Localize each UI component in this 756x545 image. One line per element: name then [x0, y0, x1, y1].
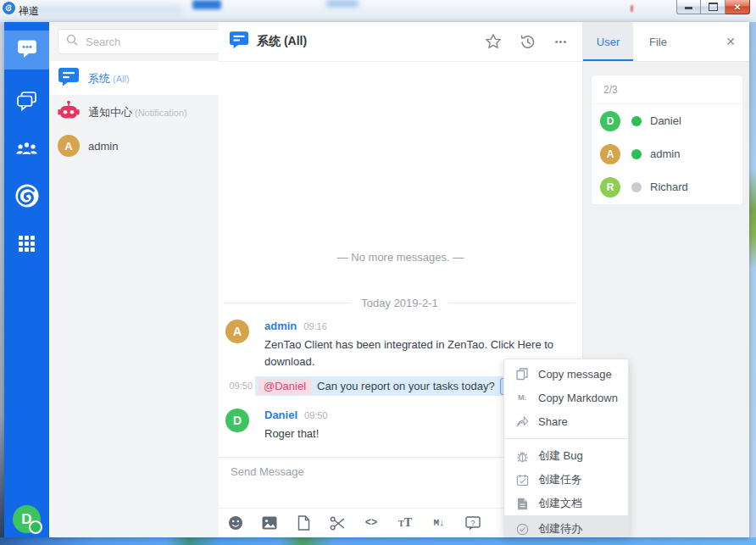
avatar: D [225, 409, 249, 432]
share-icon [515, 415, 529, 427]
document-icon [515, 498, 529, 510]
message-author[interactable]: admin [264, 320, 297, 332]
desktop: 禅道 ✕ [0, 0, 756, 545]
mention-chip[interactable]: @Daniel [258, 379, 311, 394]
bug-icon [515, 450, 529, 463]
task-calendar-icon [515, 474, 529, 487]
app-window: D 系统(All) [4, 22, 749, 537]
chat-suffix: (All) [113, 74, 130, 84]
file-button[interactable] [286, 509, 320, 537]
nav-sidebar: D [4, 22, 49, 537]
favorite-star-button[interactable] [484, 32, 503, 51]
system-chat-icon [58, 67, 80, 90]
member-name: admin [650, 147, 680, 160]
system-chat-icon [229, 31, 249, 53]
more-options-button[interactable]: ••• [552, 32, 570, 51]
chat-name: 通知中心 [88, 106, 132, 119]
help-button[interactable]: ? [456, 509, 490, 537]
copy-icon [515, 368, 529, 381]
menu-divider [504, 438, 628, 439]
date-label: Today 2019-2-1 [361, 297, 437, 309]
member-row-admin[interactable]: A admin [592, 137, 742, 170]
online-status-dot [631, 149, 642, 159]
background-blur [631, 5, 633, 12]
markdown-button[interactable]: M↓ [422, 509, 456, 537]
menu-item-share[interactable]: Share [504, 409, 628, 433]
todo-check-icon [515, 523, 529, 536]
chat-list-panel: 系统(All) 通知中心(Notification) A admin [49, 22, 219, 537]
sidebar-item-messages[interactable] [4, 31, 49, 70]
close-panel-button[interactable]: ✕ [712, 22, 749, 61]
maximize-icon [709, 3, 718, 11]
member-name: Richard [650, 181, 688, 193]
sidebar-item-conversations[interactable] [4, 83, 49, 122]
date-divider: Today 2019-2-1 [224, 297, 575, 309]
menu-item-label: 创建任务 [538, 472, 582, 487]
tab-file[interactable]: File [633, 22, 683, 61]
desktop-taskbar-edge [0, 537, 756, 545]
chat-list-item-notification[interactable]: 通知中心(Notification) [49, 95, 219, 129]
member-row-richard[interactable]: R Richard [592, 170, 742, 203]
online-status-dot [631, 116, 642, 126]
screenshot-scissors-button[interactable] [320, 509, 354, 537]
highlighted-message[interactable]: @Daniel Can you report on your tasks tod… [255, 376, 515, 396]
menu-item-label: 创建 Bug [538, 448, 583, 464]
chat-name: 系统 [88, 72, 110, 85]
minimize-button[interactable] [676, 0, 701, 14]
code-button[interactable]: <> [354, 509, 388, 537]
sidebar-item-zentao[interactable] [4, 178, 49, 217]
chat-list-item-system[interactable]: 系统(All) [49, 61, 219, 95]
apps-grid-icon [19, 236, 35, 252]
chat-suffix: (Notification) [135, 108, 187, 118]
image-button[interactable] [253, 509, 286, 537]
close-window-button[interactable]: ✕ [725, 0, 750, 14]
menu-item-copy-message[interactable]: Copy message [504, 362, 628, 386]
chat-group-icon [16, 91, 37, 114]
menu-item-create-todo[interactable]: 创建待办 [504, 515, 628, 537]
member-row-daniel[interactable]: D Daniel [592, 104, 742, 137]
right-panel-tabs: User File ✕ [583, 22, 749, 62]
markdown-icon: M↓ [433, 518, 444, 528]
chat-list-item-admin[interactable]: A admin [49, 129, 219, 163]
chat-header: 系统 (All) ••• [219, 22, 582, 62]
avatar: D [600, 111, 620, 131]
message-time: 09:16 [303, 321, 327, 331]
background-blur [29, 6, 181, 15]
menu-item-label: 创建文档 [538, 496, 582, 511]
history-button[interactable] [518, 32, 536, 51]
window-titlebar[interactable]: 禅道 ✕ [0, 0, 756, 22]
search-row [49, 22, 219, 61]
code-icon: <> [365, 517, 377, 529]
chat-name: admin [88, 140, 118, 153]
maximize-button[interactable] [701, 0, 725, 14]
menu-item-create-doc[interactable]: 创建文档 [504, 492, 628, 515]
app-title: 禅道 [19, 4, 39, 19]
offline-status-dot [631, 182, 642, 192]
current-user-avatar[interactable]: D [13, 505, 41, 533]
emoji-button[interactable] [219, 509, 253, 537]
tab-user[interactable]: User [583, 22, 633, 61]
zentao-logo-icon [14, 182, 41, 213]
menu-item-create-bug[interactable]: 创建 Bug [504, 444, 628, 468]
desktop-edge [749, 22, 756, 545]
menu-item-create-task[interactable]: 创建任务 [504, 468, 628, 492]
contacts-icon [15, 140, 38, 161]
search-input[interactable] [84, 35, 236, 49]
menu-item-label: Copy Markdown [538, 392, 618, 404]
menu-item-label: Share [538, 415, 568, 428]
svg-text:?: ? [470, 518, 475, 526]
member-count: 2/3 [592, 75, 742, 104]
markdown-icon: M↓ [515, 393, 529, 402]
sidebar-item-apps[interactable] [4, 224, 49, 263]
avatar: A [58, 135, 80, 157]
message-author[interactable]: Daniel [264, 409, 297, 421]
menu-item-copy-markdown[interactable]: M↓ Copy Markdown [504, 386, 628, 409]
message-input-placeholder: Send Message [231, 465, 304, 478]
notification-robot-icon [58, 100, 80, 124]
text-format-button[interactable]: TT [388, 509, 422, 537]
zentao-logo-icon [3, 2, 15, 14]
search-box[interactable] [58, 29, 237, 54]
avatar: A [600, 144, 620, 164]
sidebar-item-contacts[interactable] [4, 131, 49, 170]
member-name: Daniel [650, 114, 681, 127]
